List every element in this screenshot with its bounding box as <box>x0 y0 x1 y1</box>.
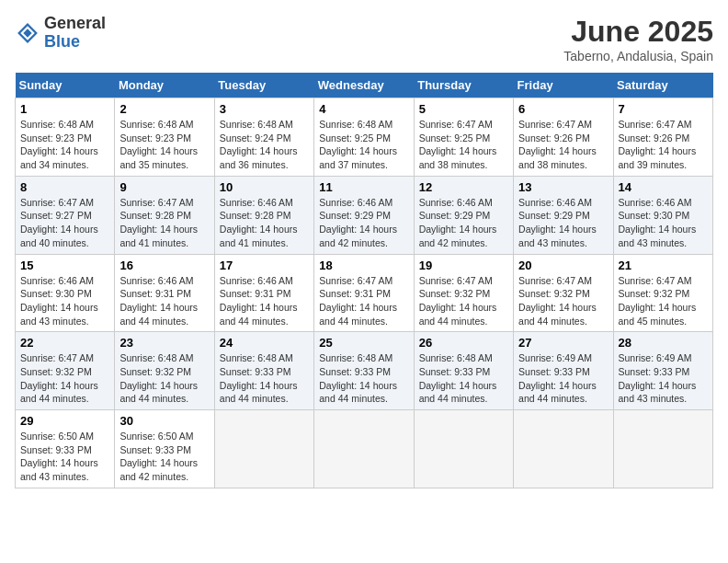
table-row: 26 Sunrise: 6:48 AMSunset: 9:33 PMDaylig… <box>414 332 513 410</box>
day-number: 22 <box>20 336 109 350</box>
day-info: Sunrise: 6:48 AMSunset: 9:33 PMDaylight:… <box>220 351 309 406</box>
table-row: 5 Sunrise: 6:47 AMSunset: 9:25 PMDayligh… <box>414 98 513 177</box>
table-row: 15 Sunrise: 6:46 AMSunset: 9:30 PMDaylig… <box>16 254 115 332</box>
day-info: Sunrise: 6:47 AMSunset: 9:31 PMDaylight:… <box>319 274 408 328</box>
day-number: 17 <box>220 259 309 272</box>
day-number: 27 <box>518 336 608 350</box>
day-number: 25 <box>319 336 408 350</box>
table-row: 6 Sunrise: 6:47 AMSunset: 9:26 PMDayligh… <box>514 98 613 177</box>
week-row-2: 8 Sunrise: 6:47 AMSunset: 9:27 PMDayligh… <box>16 176 713 254</box>
day-number: 20 <box>518 259 608 272</box>
table-row: 25 Sunrise: 6:48 AMSunset: 9:33 PMDaylig… <box>314 332 414 410</box>
table-row: 4 Sunrise: 6:48 AMSunset: 9:25 PMDayligh… <box>314 98 414 177</box>
week-row-4: 22 Sunrise: 6:47 AMSunset: 9:32 PMDaylig… <box>16 332 713 410</box>
day-info: Sunrise: 6:47 AMSunset: 9:25 PMDaylight:… <box>419 118 508 172</box>
day-number: 12 <box>419 180 508 194</box>
day-info: Sunrise: 6:48 AMSunset: 9:23 PMDaylight:… <box>20 118 109 172</box>
header-sunday: Sunday <box>16 73 115 98</box>
table-row: 9 Sunrise: 6:47 AMSunset: 9:28 PMDayligh… <box>115 176 214 254</box>
table-row: 22 Sunrise: 6:47 AMSunset: 9:32 PMDaylig… <box>16 332 115 410</box>
day-number: 15 <box>20 259 109 272</box>
day-number: 30 <box>119 414 209 428</box>
page-header: General Blue June 2025 Taberno, Andalusi… <box>15 15 713 63</box>
table-row: 27 Sunrise: 6:49 AMSunset: 9:33 PMDaylig… <box>514 332 613 410</box>
day-info: Sunrise: 6:46 AMSunset: 9:30 PMDaylight:… <box>619 196 708 250</box>
days-header-row: Sunday Monday Tuesday Wednesday Thursday… <box>16 73 713 98</box>
day-number: 19 <box>419 259 508 272</box>
table-row: 8 Sunrise: 6:47 AMSunset: 9:27 PMDayligh… <box>16 176 115 254</box>
table-row: 19 Sunrise: 6:47 AMSunset: 9:32 PMDaylig… <box>414 254 513 332</box>
day-info: Sunrise: 6:47 AMSunset: 9:32 PMDaylight:… <box>20 351 109 406</box>
day-info: Sunrise: 6:49 AMSunset: 9:33 PMDaylight:… <box>619 351 708 406</box>
table-row: 20 Sunrise: 6:47 AMSunset: 9:32 PMDaylig… <box>514 254 613 332</box>
location-subtitle: Taberno, Andalusia, Spain <box>563 49 713 63</box>
day-number: 21 <box>619 259 708 272</box>
table-row: 3 Sunrise: 6:48 AMSunset: 9:24 PMDayligh… <box>214 98 313 177</box>
day-info: Sunrise: 6:48 AMSunset: 9:25 PMDaylight:… <box>319 118 408 172</box>
table-row <box>214 410 313 488</box>
table-row: 29 Sunrise: 6:50 AMSunset: 9:33 PMDaylig… <box>16 410 115 488</box>
day-info: Sunrise: 6:46 AMSunset: 9:31 PMDaylight:… <box>220 274 309 328</box>
day-info: Sunrise: 6:50 AMSunset: 9:33 PMDaylight:… <box>20 430 109 484</box>
week-row-5: 29 Sunrise: 6:50 AMSunset: 9:33 PMDaylig… <box>16 410 713 488</box>
table-row <box>314 410 414 488</box>
table-row <box>514 410 613 488</box>
day-number: 16 <box>119 259 209 272</box>
table-row: 24 Sunrise: 6:48 AMSunset: 9:33 PMDaylig… <box>214 332 313 410</box>
table-row: 16 Sunrise: 6:46 AMSunset: 9:31 PMDaylig… <box>115 254 214 332</box>
day-info: Sunrise: 6:46 AMSunset: 9:30 PMDaylight:… <box>20 274 109 328</box>
day-info: Sunrise: 6:46 AMSunset: 9:29 PMDaylight:… <box>518 196 608 250</box>
header-saturday: Saturday <box>613 73 712 98</box>
day-info: Sunrise: 6:46 AMSunset: 9:29 PMDaylight:… <box>419 196 508 250</box>
week-row-3: 15 Sunrise: 6:46 AMSunset: 9:30 PMDaylig… <box>16 254 713 332</box>
header-monday: Monday <box>115 73 214 98</box>
day-number: 10 <box>220 180 309 194</box>
day-info: Sunrise: 6:48 AMSunset: 9:33 PMDaylight:… <box>319 351 408 406</box>
table-row <box>414 410 513 488</box>
table-row: 23 Sunrise: 6:48 AMSunset: 9:32 PMDaylig… <box>115 332 214 410</box>
day-info: Sunrise: 6:46 AMSunset: 9:28 PMDaylight:… <box>220 196 309 250</box>
day-info: Sunrise: 6:47 AMSunset: 9:32 PMDaylight:… <box>518 274 608 328</box>
table-row: 28 Sunrise: 6:49 AMSunset: 9:33 PMDaylig… <box>613 332 712 410</box>
day-number: 26 <box>419 336 508 350</box>
day-number: 3 <box>220 102 309 116</box>
day-info: Sunrise: 6:47 AMSunset: 9:32 PMDaylight:… <box>619 274 708 328</box>
day-number: 24 <box>220 336 309 350</box>
table-row: 10 Sunrise: 6:46 AMSunset: 9:28 PMDaylig… <box>214 176 313 254</box>
day-number: 28 <box>619 336 708 350</box>
table-row: 11 Sunrise: 6:46 AMSunset: 9:29 PMDaylig… <box>314 176 414 254</box>
day-info: Sunrise: 6:49 AMSunset: 9:33 PMDaylight:… <box>518 351 608 406</box>
day-info: Sunrise: 6:50 AMSunset: 9:33 PMDaylight:… <box>119 430 209 484</box>
header-tuesday: Tuesday <box>214 73 313 98</box>
day-info: Sunrise: 6:47 AMSunset: 9:26 PMDaylight:… <box>518 118 608 172</box>
table-row: 18 Sunrise: 6:47 AMSunset: 9:31 PMDaylig… <box>314 254 414 332</box>
day-info: Sunrise: 6:46 AMSunset: 9:29 PMDaylight:… <box>319 196 408 250</box>
day-info: Sunrise: 6:48 AMSunset: 9:32 PMDaylight:… <box>119 351 209 406</box>
month-year-title: June 2025 <box>563 15 713 49</box>
table-row: 21 Sunrise: 6:47 AMSunset: 9:32 PMDaylig… <box>613 254 712 332</box>
week-row-1: 1 Sunrise: 6:48 AMSunset: 9:23 PMDayligh… <box>16 98 713 177</box>
day-number: 9 <box>119 180 209 194</box>
calendar-table: Sunday Monday Tuesday Wednesday Thursday… <box>15 73 713 488</box>
day-info: Sunrise: 6:48 AMSunset: 9:23 PMDaylight:… <box>119 118 209 172</box>
header-friday: Friday <box>514 73 613 98</box>
day-info: Sunrise: 6:47 AMSunset: 9:32 PMDaylight:… <box>419 274 508 328</box>
day-info: Sunrise: 6:47 AMSunset: 9:26 PMDaylight:… <box>619 118 708 172</box>
day-number: 6 <box>518 102 608 116</box>
table-row: 17 Sunrise: 6:46 AMSunset: 9:31 PMDaylig… <box>214 254 313 332</box>
day-info: Sunrise: 6:48 AMSunset: 9:33 PMDaylight:… <box>419 351 508 406</box>
day-number: 2 <box>119 102 209 116</box>
table-row: 1 Sunrise: 6:48 AMSunset: 9:23 PMDayligh… <box>16 98 115 177</box>
day-number: 4 <box>319 102 408 116</box>
table-row: 2 Sunrise: 6:48 AMSunset: 9:23 PMDayligh… <box>115 98 214 177</box>
header-wednesday: Wednesday <box>314 73 414 98</box>
day-number: 23 <box>119 336 209 350</box>
day-number: 29 <box>20 414 109 428</box>
table-row: 13 Sunrise: 6:46 AMSunset: 9:29 PMDaylig… <box>514 176 613 254</box>
logo-general-text: General <box>44 14 106 32</box>
day-number: 14 <box>619 180 708 194</box>
header-thursday: Thursday <box>414 73 513 98</box>
day-number: 1 <box>20 102 109 116</box>
logo-icon <box>15 20 40 46</box>
day-number: 5 <box>419 102 508 116</box>
